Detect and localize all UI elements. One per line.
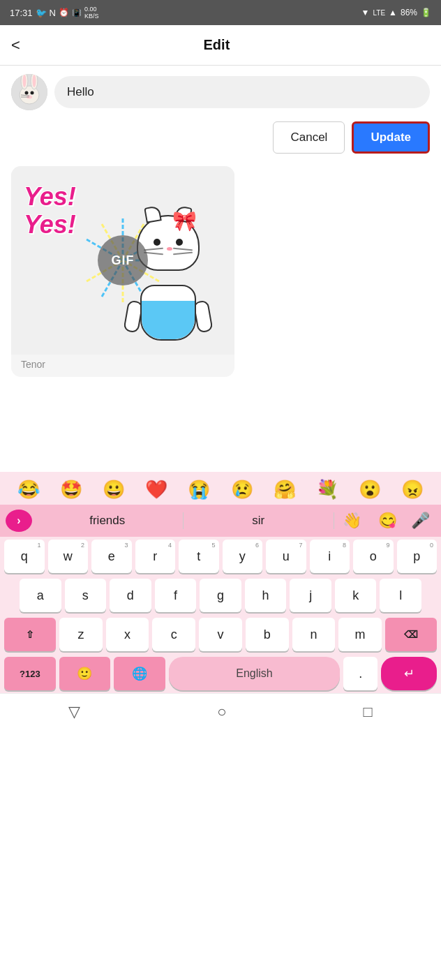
numbers-key[interactable]: ?123 xyxy=(4,657,56,690)
suggestion-sir[interactable]: sir xyxy=(184,514,334,528)
svg-point-6 xyxy=(25,91,29,95)
battery-icon: 🔋 xyxy=(421,8,431,17)
kitty-whisker-l1 xyxy=(144,248,163,251)
suggestion-grin-emoji[interactable]: 😋 xyxy=(370,512,405,530)
key-e[interactable]: 3e xyxy=(91,540,132,573)
keyboard-row-3: ⇧ z x c v b n m ⌫ xyxy=(0,615,441,654)
key-n[interactable]: n xyxy=(292,618,336,651)
gif-overlay: GIF xyxy=(98,235,148,285)
kitty-bow: 🎀 xyxy=(172,209,197,232)
mic-icon[interactable]: 🎤 xyxy=(405,512,435,530)
lte-icon: LTE xyxy=(373,9,385,17)
key-g[interactable]: g xyxy=(200,579,241,612)
key-j[interactable]: j xyxy=(290,579,331,612)
key-v[interactable]: v xyxy=(199,618,242,651)
nav-back-icon[interactable]: ▽ xyxy=(68,703,80,721)
dot-key[interactable]: . xyxy=(343,657,378,690)
bottom-nav-bar: ▽ ○ □ xyxy=(0,693,441,729)
emoji-heart[interactable]: ❤️ xyxy=(145,479,167,500)
key-i[interactable]: 8i xyxy=(310,540,350,573)
svg-point-4 xyxy=(23,75,27,87)
kitty-nose xyxy=(167,247,172,251)
status-bar-right: ▼ LTE ▲ 86% 🔋 xyxy=(361,8,431,17)
message-area xyxy=(0,66,441,119)
kitty-body xyxy=(140,285,196,341)
nav-home-icon[interactable]: ○ xyxy=(217,703,226,721)
suggestion-wave-emoji[interactable]: 👋 xyxy=(334,512,370,530)
key-t[interactable]: 5t xyxy=(179,540,219,573)
kitty-whisker-r2 xyxy=(173,252,193,255)
keyboard-row-4: ?123 🙂 🌐 English . ↵ xyxy=(0,654,441,693)
kitty-whisker-r1 xyxy=(173,248,193,251)
key-c[interactable]: c xyxy=(152,618,195,651)
vibrate-icon: 📳 xyxy=(72,8,82,17)
key-z[interactable]: z xyxy=(59,618,103,651)
key-u[interactable]: 7u xyxy=(266,540,306,573)
key-q[interactable]: 1q xyxy=(4,540,45,573)
emoji-wow[interactable]: 😮 xyxy=(359,479,381,500)
keyboard-area: 😂 🤩 😀 ❤️ 😭 😢 🤗 💐 😮 😠 › friends sir 👋 😋 🎤… xyxy=(0,472,441,729)
key-s[interactable]: s xyxy=(65,579,107,612)
key-o[interactable]: 9o xyxy=(353,540,394,573)
svg-point-5 xyxy=(33,75,36,87)
emoji-sob[interactable]: 😭 xyxy=(188,479,210,500)
key-p[interactable]: 0p xyxy=(397,540,438,573)
keyboard-row-2: a s d f g h j k l xyxy=(0,576,441,615)
shift-key[interactable]: ⇧ xyxy=(4,618,56,651)
key-d[interactable]: d xyxy=(110,579,151,612)
back-button[interactable]: < xyxy=(11,35,26,56)
suggestion-friends[interactable]: friends xyxy=(32,514,183,528)
key-h[interactable]: h xyxy=(245,579,287,612)
tenor-label: Tenor xyxy=(11,355,234,370)
emoji-laughing[interactable]: 😂 xyxy=(17,479,40,500)
kitty-overalls xyxy=(142,301,195,339)
signal-icon: ▲ xyxy=(389,8,397,17)
emoji-row: 😂 🤩 😀 ❤️ 😭 😢 🤗 💐 😮 😠 xyxy=(0,472,441,505)
message-input[interactable] xyxy=(54,76,430,108)
emoji-cry[interactable]: 😢 xyxy=(231,479,253,500)
emoji-angry[interactable]: 😠 xyxy=(401,479,424,500)
kitty-eye-left xyxy=(154,239,160,246)
data-speed: 0.00KB/S xyxy=(84,6,99,20)
emoji-key[interactable]: 🙂 xyxy=(59,657,111,690)
key-a[interactable]: a xyxy=(20,579,61,612)
key-b[interactable]: b xyxy=(246,618,289,651)
backspace-key[interactable]: ⌫ xyxy=(385,618,437,651)
avatar xyxy=(11,74,47,110)
key-l[interactable]: l xyxy=(380,579,421,612)
gif-inner: Yes! Yes! xyxy=(11,166,234,355)
key-x[interactable]: x xyxy=(106,618,149,651)
suggestions-expand-button[interactable]: › xyxy=(6,510,32,532)
space-key[interactable]: English xyxy=(169,657,340,690)
gif-card: Yes! Yes! xyxy=(11,166,234,377)
keyboard-row-1: 1q 2w 3e 4r 5t 6y 7u 8i 9o 0p xyxy=(0,537,441,576)
page-title: Edit xyxy=(26,37,408,53)
emoji-smile[interactable]: 😀 xyxy=(103,479,125,500)
nav-recents-icon[interactable]: □ xyxy=(364,703,373,721)
enter-key[interactable]: ↵ xyxy=(381,657,437,690)
emoji-hugging[interactable]: 🤗 xyxy=(274,479,296,500)
spacer xyxy=(0,388,441,472)
status-bar-left: 17:31 🐦 N ⏰ 📳 0.00KB/S xyxy=(10,6,98,20)
key-m[interactable]: m xyxy=(338,618,382,651)
svg-point-7 xyxy=(31,91,34,95)
alarm-icon: ⏰ xyxy=(59,8,69,17)
key-f[interactable]: f xyxy=(155,579,197,612)
suggestions-row: › friends sir 👋 😋 🎤 xyxy=(0,505,441,537)
emoji-bouquet[interactable]: 💐 xyxy=(316,479,338,500)
cancel-button[interactable]: Cancel xyxy=(273,121,345,154)
emoji-kissing-star[interactable]: 🤩 xyxy=(60,479,82,500)
status-bar: 17:31 🐦 N ⏰ 📳 0.00KB/S ▼ LTE ▲ 86% 🔋 xyxy=(0,0,441,25)
wifi-icon: ▼ xyxy=(361,8,370,17)
globe-key[interactable]: 🌐 xyxy=(114,657,165,690)
battery-percent: 86% xyxy=(401,8,417,17)
update-button[interactable]: Update xyxy=(352,121,430,154)
top-nav: < Edit xyxy=(0,25,441,66)
notification-icon: N xyxy=(50,8,56,18)
key-r[interactable]: 4r xyxy=(135,540,176,573)
key-k[interactable]: k xyxy=(335,579,377,612)
key-w[interactable]: 2w xyxy=(48,540,89,573)
action-buttons: Cancel Update xyxy=(0,119,441,162)
status-time: 17:31 xyxy=(10,8,33,18)
key-y[interactable]: 6y xyxy=(223,540,263,573)
